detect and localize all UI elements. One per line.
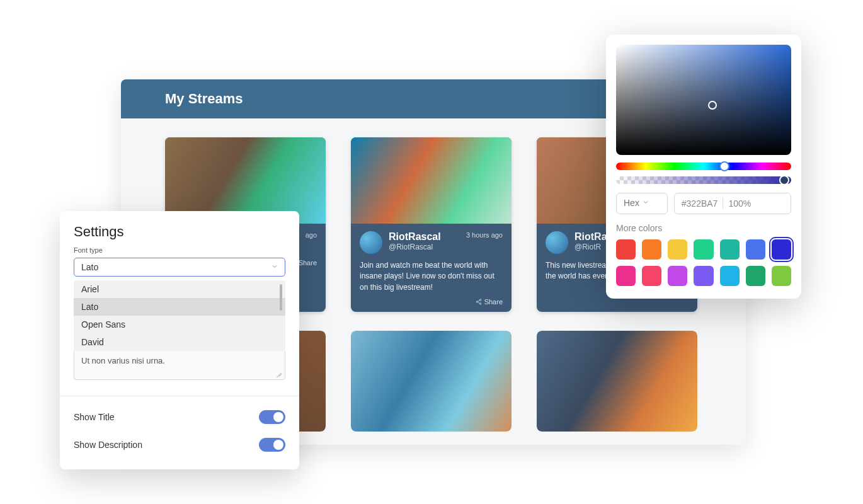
font-option-david[interactable]: David	[74, 333, 285, 351]
hex-input[interactable]: #322BA7 100%	[674, 193, 791, 214]
color-picker-panel: Hex #322BA7 100% More colors	[606, 35, 801, 299]
color-format-select[interactable]: Hex	[616, 193, 668, 214]
saturation-handle[interactable]	[708, 101, 717, 110]
settings-title: Settings	[74, 224, 285, 240]
color-swatch[interactable]	[694, 239, 713, 260]
chevron-down-icon	[271, 262, 278, 272]
stream-card[interactable]	[351, 331, 512, 432]
color-swatch[interactable]	[642, 266, 661, 286]
color-swatch[interactable]	[642, 239, 661, 260]
font-type-dropdown: Ariel Lato Open Sans David	[74, 280, 285, 351]
swatch-row-1	[616, 239, 791, 260]
chevron-down-icon	[642, 198, 649, 208]
font-type-select[interactable]: Lato	[74, 258, 285, 277]
show-description-label: Show Description	[74, 440, 142, 450]
textarea-value: Ut non varius nisi urna.	[81, 356, 165, 365]
font-type-label: Font type	[74, 246, 285, 254]
hue-handle[interactable]	[719, 161, 729, 171]
stream-user-handle: @RiotRascal	[389, 243, 441, 251]
share-button[interactable]: Share	[360, 298, 503, 306]
hue-slider[interactable]	[616, 163, 791, 170]
color-swatch[interactable]	[746, 239, 765, 260]
stream-time: ago	[306, 231, 317, 239]
font-option-lato[interactable]: Lato	[74, 298, 285, 316]
opacity-value: 100%	[728, 198, 751, 209]
font-option-ariel[interactable]: Ariel	[74, 280, 285, 298]
hex-value: #322BA7	[682, 198, 718, 209]
stream-card[interactable]: RiotRascal @RiotRascal 3 hours ago Join …	[351, 137, 512, 312]
divider	[723, 198, 723, 209]
stream-user-name: RiotRascal	[389, 231, 441, 243]
font-option-open-sans[interactable]: Open Sans	[74, 316, 285, 333]
alpha-slider[interactable]	[616, 176, 791, 184]
avatar[interactable]	[546, 231, 568, 254]
svg-point-4	[476, 301, 478, 303]
color-swatch[interactable]	[694, 266, 713, 286]
color-swatch[interactable]	[668, 239, 687, 260]
alpha-handle[interactable]	[779, 175, 789, 185]
scrollbar[interactable]	[280, 284, 282, 311]
show-title-toggle[interactable]	[259, 410, 285, 424]
swatch-row-2	[616, 266, 791, 286]
saturation-field[interactable]	[616, 45, 791, 155]
color-swatch[interactable]	[772, 266, 791, 286]
stream-thumbnail[interactable]	[537, 331, 697, 432]
share-label: Share	[299, 259, 317, 266]
stream-description: Join and watch me beat the world with in…	[360, 260, 503, 293]
font-type-value: Lato	[81, 262, 98, 272]
svg-point-3	[479, 299, 481, 301]
description-textarea[interactable]: Ut non varius nisi urna.	[74, 351, 285, 380]
show-description-toggle[interactable]	[259, 438, 285, 452]
stream-time: 3 hours ago	[466, 231, 503, 239]
show-title-label: Show Title	[74, 412, 115, 422]
color-swatch-selected[interactable]	[772, 239, 791, 260]
color-swatch[interactable]	[720, 266, 740, 286]
stream-thumbnail[interactable]	[351, 331, 512, 432]
color-swatch[interactable]	[616, 239, 636, 260]
more-colors-label: More colors	[616, 223, 791, 233]
color-format-value: Hex	[624, 198, 639, 208]
color-swatch[interactable]	[668, 266, 687, 286]
settings-panel: Settings Font type Lato Ariel Lato Open …	[60, 211, 299, 469]
resize-grip-icon[interactable]	[276, 370, 282, 377]
avatar[interactable]	[360, 231, 382, 254]
divider	[60, 396, 299, 396]
color-swatch[interactable]	[616, 266, 636, 286]
stream-thumbnail[interactable]	[351, 137, 512, 224]
share-label: Share	[484, 298, 503, 306]
color-swatch[interactable]	[720, 239, 740, 260]
color-swatch[interactable]	[746, 266, 765, 286]
svg-point-5	[479, 303, 481, 305]
stream-card[interactable]	[537, 331, 697, 432]
